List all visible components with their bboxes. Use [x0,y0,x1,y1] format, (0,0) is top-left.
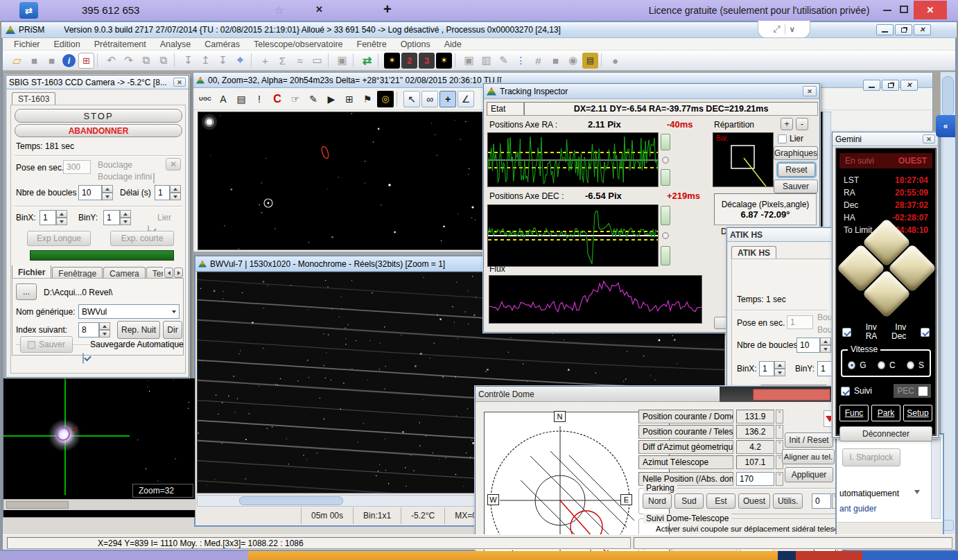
flag-icon[interactable]: ⚑ [359,91,376,107]
sign-icon[interactable]: ✎ [496,53,512,69]
screen-transfer-icon[interactable]: ⇄ [359,53,375,69]
biny-field[interactable]: 1 [103,210,120,225]
sauvegarde-checkbox[interactable] [82,353,84,364]
zoom-out-button[interactable]: - [796,118,808,130]
dropdown-arrow-icon[interactable] [914,486,925,498]
restore-button[interactable] [895,24,912,35]
taskbar-navy[interactable] [778,551,796,560]
lier-checkbox[interactable] [778,134,787,143]
parking-button[interactable]: Sud [674,493,704,509]
atik-tab[interactable]: ATIK HS [731,246,776,260]
taskbar-red[interactable] [796,551,862,560]
setup-button[interactable]: Setup [903,405,932,421]
copy-icon[interactable]: ⧉ [138,53,154,69]
browse-button[interactable]: ... [16,283,37,300]
print-icon[interactable]: ▤ [233,91,250,107]
session-tab-title[interactable]: 395 612 653 [82,4,139,16]
parking-button[interactable]: Ouest [738,493,770,509]
tab-left-arrow[interactable] [164,268,173,278]
tv-close-icon[interactable]: ✕ [914,1,947,19]
undo-icon[interactable]: ↶ [103,53,119,69]
ra-slider[interactable] [661,134,670,186]
marker3-icon[interactable]: 3 [419,53,435,69]
cursor-icon[interactable]: ↖ [403,91,420,107]
parking-angle-field[interactable]: 0 [812,493,831,509]
menu-item[interactable]: Analyse [153,38,198,51]
starmap-icon[interactable]: ✶ [384,53,400,69]
pose-field[interactable]: 300 [63,160,91,174]
exp-longue-button[interactable]: Exp Longue [27,231,91,246]
chevron-down-icon[interactable]: ∨ [790,25,795,34]
reset-button[interactable]: Reset [778,163,815,177]
delai-field[interactable]: 1 [155,185,170,200]
dec-slider[interactable] [661,206,670,265]
bouclage-checkbox[interactable] [153,173,155,184]
calendar-icon[interactable]: ⊞ [78,53,94,69]
pen-icon[interactable]: ✎ [305,91,322,107]
rotate-icon[interactable]: C [269,91,286,107]
menu-item[interactable]: Fenêtre [350,38,394,51]
pin2-icon[interactable]: ↥ [198,53,214,69]
gemini-titlebar[interactable]: Gemini ✕ [833,132,938,146]
favorite-star-icon[interactable]: ☆ [275,4,284,17]
redo-icon[interactable]: ↷ [121,53,137,69]
comet-icon[interactable]: ● [607,53,623,69]
stop-button[interactable]: STOP [15,109,182,123]
save2-icon[interactable]: ▣ [461,53,477,69]
astrometry-icon[interactable]: A [215,91,232,107]
close-button[interactable]: ✕ [914,24,931,35]
sum-icon[interactable]: Σ [275,53,290,69]
zoom-clock-icon[interactable]: ⌖ [232,53,248,69]
appliquer-button[interactable]: Appliquer [785,467,833,482]
park-button[interactable]: Park [871,405,900,421]
binx-spinner[interactable] [56,210,67,225]
catalog-icon[interactable]: UGC [197,91,214,107]
info-icon[interactable]: i [62,54,76,67]
histogram-icon[interactable]: ▥ [478,53,494,69]
new-tab-icon[interactable]: + [383,1,392,17]
mdi-close-button[interactable]: ✕ [900,80,918,91]
speed-g-radio[interactable] [848,361,855,369]
marker2-icon[interactable]: 2 [401,53,417,69]
play-icon[interactable]: ▶ [323,91,340,107]
grid-icon[interactable]: # [530,53,546,69]
tracking-close-icon[interactable]: ✕ [803,86,817,96]
nelle-field[interactable]: 170 [736,472,774,486]
partial-button[interactable] [714,317,728,329]
expand-icon[interactable]: ⤢ [773,24,780,35]
disconnect-button[interactable]: Déconnecter [839,426,932,441]
menu-item[interactable]: Prétraitement [87,38,153,51]
speed-c-radio[interactable] [878,361,885,369]
mdi-restore-button[interactable] [882,80,899,91]
window-icon[interactable]: ▣ [334,53,350,69]
close-tab-icon[interactable]: ✕ [315,4,323,15]
menu-item[interactable]: Caméras [198,38,247,51]
tab-right-arrow[interactable] [174,268,183,278]
zoom-scroll-thumb[interactable] [6,501,69,509]
inv-ra-checkbox[interactable] [842,328,851,337]
pec-checkbox[interactable] [918,387,927,396]
prism-titlebar[interactable]: PRiSM Version 9.0.3 build 2717 27/07/201… [1,22,957,38]
scope-icon[interactable]: ◎ [377,91,394,107]
parking-button[interactable]: Nord [643,493,672,509]
biny-spinner[interactable] [120,210,131,225]
film-icon[interactable]: ▤ [582,53,598,69]
atik-nbre-spinner[interactable] [820,338,831,353]
save-as-icon[interactable]: ■ [44,53,60,69]
sauver-button[interactable]: Sauver [774,180,818,193]
ruler-icon[interactable]: ∠ [458,91,474,107]
tracking-titlebar[interactable]: Tracking Inspector ✕ [484,84,819,99]
gemini-close-icon[interactable]: ✕ [923,134,935,143]
square-icon[interactable]: ■ [548,53,564,69]
open-file-icon[interactable]: ▱ [9,53,25,69]
atik-titlebar[interactable]: ATIK HS [727,228,831,242]
atik-binx-field[interactable]: 1 [759,361,774,376]
menu-item[interactable]: Fichier [7,38,47,51]
save-icon[interactable]: ■ [26,53,42,69]
target2-icon[interactable]: ◉ [565,53,581,69]
suivi-checkbox[interactable] [841,387,850,396]
graphiques-button[interactable]: Graphiques [774,146,818,160]
aligner-button[interactable]: Aligner au tel. [782,449,835,464]
nbre-spinner[interactable] [102,185,113,200]
photometry-icon[interactable]: ! [251,91,268,107]
